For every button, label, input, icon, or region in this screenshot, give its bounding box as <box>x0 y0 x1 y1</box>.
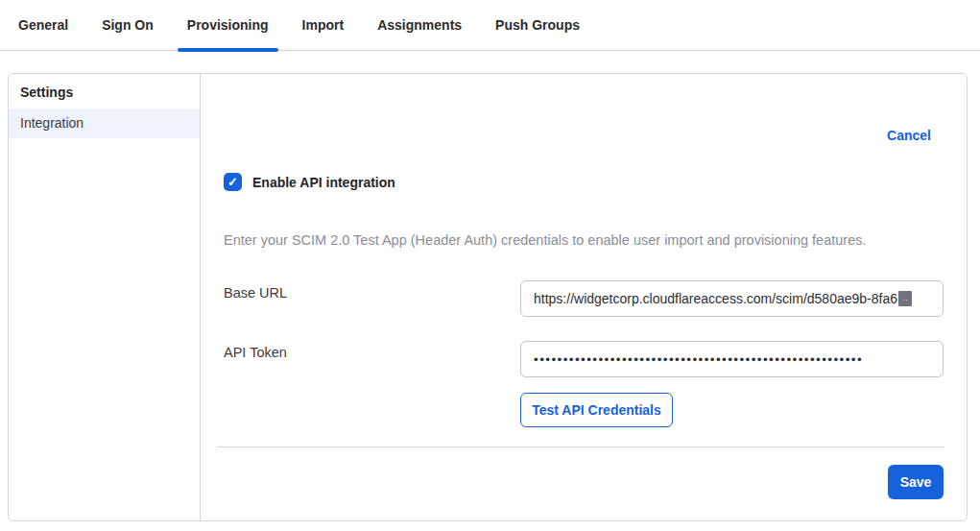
tab-push-groups[interactable]: Push Groups <box>495 0 580 50</box>
base-url-label: Base URL <box>224 285 287 301</box>
checkmark-icon: ✓ <box>227 175 238 189</box>
base-url-input[interactable]: https://widgetcorp.cloudflareaccess.com/… <box>520 280 944 317</box>
api-token-label: API Token <box>224 345 287 360</box>
provisioning-panel: Settings Integration Cancel ✓ Enable API… <box>8 73 968 521</box>
base-url-value: https://widgetcorp.cloudflareaccess.com/… <box>534 291 897 306</box>
tab-sign-on[interactable]: Sign On <box>102 0 154 50</box>
enable-api-label: Enable API integration <box>252 175 395 190</box>
save-button[interactable]: Save <box>888 465 944 499</box>
enable-api-row: ✓ Enable API integration <box>224 173 395 191</box>
sidebar-header-settings: Settings <box>9 74 200 109</box>
sidebar-item-integration[interactable]: Integration <box>9 109 200 138</box>
api-token-input[interactable]: ••••••••••••••••••••••••••••••••••••••••… <box>520 341 944 377</box>
enable-api-checkbox[interactable]: ✓ <box>224 173 242 191</box>
cancel-link[interactable]: Cancel <box>887 128 931 143</box>
settings-sidebar: Settings Integration <box>9 74 201 520</box>
integration-content: Cancel ✓ Enable API integration Enter yo… <box>202 74 967 520</box>
credentials-description: Enter your SCIM 2.0 Test App (Header Aut… <box>224 232 928 248</box>
tab-assignments[interactable]: Assignments <box>377 0 462 50</box>
test-api-credentials-button[interactable]: Test API Credentials <box>520 393 673 427</box>
tab-import[interactable]: Import <box>302 0 345 50</box>
app-tab-bar: General Sign On Provisioning Import Assi… <box>0 0 980 51</box>
footer-divider <box>217 447 944 447</box>
truncation-indicator-icon: ‥ <box>898 291 912 306</box>
tab-provisioning[interactable]: Provisioning <box>187 0 269 50</box>
api-token-masked-value: ••••••••••••••••••••••••••••••••••••••••… <box>534 352 863 367</box>
tab-general[interactable]: General <box>18 0 68 50</box>
